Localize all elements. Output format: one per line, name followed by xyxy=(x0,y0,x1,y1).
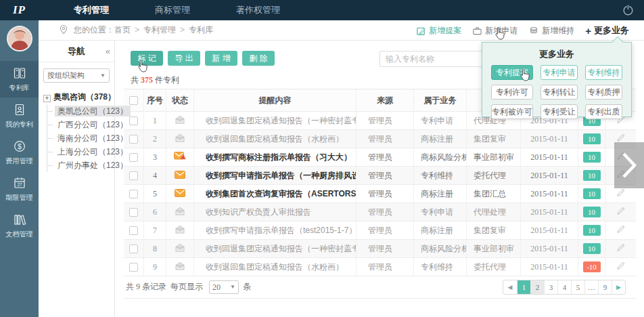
table-row[interactable]: 9收到退回集团定稿通知报告（水粉画）管理员专利维持委托代理2015-01-11-… xyxy=(124,258,636,276)
source-cell: 管理员 xyxy=(356,185,414,203)
tree-root-node[interactable]: +奥凯咨询（378） xyxy=(43,89,114,104)
mark-button[interactable]: 标 记 xyxy=(131,51,163,66)
quick-action-new-maintenance[interactable]: 新增维持 xyxy=(528,25,574,37)
business-cell: 专利申请 xyxy=(414,112,467,129)
row-number: 3 xyxy=(144,148,166,166)
table-row[interactable]: 3收到撰写商标注册指示单报告（习大大）管理员商标风险分析事业部初审2015-01… xyxy=(124,148,636,167)
power-icon[interactable] xyxy=(622,3,635,18)
menu-trademark-mgmt[interactable]: 商标管理 xyxy=(132,0,213,20)
next-page-overlay[interactable] xyxy=(614,142,644,188)
per-page-select[interactable]: 20▼ xyxy=(209,280,239,294)
sidebar-item-patent-library[interactable]: 专利库 xyxy=(0,61,39,98)
dropdown-button-patent-application[interactable]: 专利申请 xyxy=(540,65,578,80)
sidebar-item-my-patents[interactable]: 我的专利 xyxy=(0,98,39,134)
row-number: 4 xyxy=(144,167,166,184)
quick-action-label: 新增维持 xyxy=(542,25,574,37)
delete-button[interactable]: 删 除 xyxy=(242,51,275,66)
row-checkbox[interactable] xyxy=(129,263,138,272)
breadcrumb-item[interactable]: 专利管理 xyxy=(143,25,176,35)
table-row[interactable]: 5收到集团首次查询复审报告（ASERTORS）管理员商标注册集团汇总2015-0… xyxy=(124,185,636,203)
select-all-checkbox[interactable] xyxy=(129,96,138,105)
table-row[interactable]: 6收到知识产权负责人审批报告管理员专利申请代理处理2015-01-1110 xyxy=(124,203,636,221)
tree-node[interactable]: 奥凯总公司（123） xyxy=(47,104,114,118)
pager-page-9[interactable]: 9 xyxy=(598,280,612,294)
tree-node-label: 海南分公司（123） xyxy=(55,133,131,144)
pager-prev-icon[interactable]: ◀ xyxy=(503,280,517,294)
edit-pencil-icon[interactable] xyxy=(616,207,625,217)
breadcrumb-item[interactable]: 专利库 xyxy=(189,25,213,35)
collapse-panel-icon[interactable]: « xyxy=(106,41,110,62)
breadcrumb-item[interactable]: 首页 xyxy=(114,25,131,35)
top-navbar: IP 专利管理 商标管理 著作权管理 xyxy=(0,0,644,20)
pager-next-icon[interactable]: ▶ xyxy=(612,280,625,294)
dropdown-button-patent-transfer[interactable]: 专利转让 xyxy=(540,85,578,100)
edit-pencil-icon[interactable] xyxy=(616,225,625,236)
pager-page-4[interactable]: 4 xyxy=(557,280,571,294)
edit-pencil-icon[interactable] xyxy=(616,243,625,254)
dropdown-button-patent-pledged-out[interactable]: 专利出质 xyxy=(585,104,622,119)
reminder-content[interactable]: 收到退回集团定稿通知报告（水粉画） xyxy=(194,130,356,148)
table-cell xyxy=(605,221,636,239)
reminder-content[interactable]: 收到集团首次查询复审报告（ASERTORS） xyxy=(194,185,356,203)
table-row[interactable]: 2收到退回集团定稿通知报告（水粉画）管理员商标注册集团复审2015-01-111… xyxy=(124,130,636,148)
dropdown-button-patent-license[interactable]: 专利许可 xyxy=(491,85,533,100)
reminder-content[interactable]: 收到回退集团定稿通知报告（一种密封盖专用拧具 xyxy=(194,112,356,129)
quick-action-new-proposal[interactable]: 新增提案 xyxy=(416,25,461,37)
add-button[interactable]: 新 增 xyxy=(205,51,237,66)
dropdown-button-patent-assignee[interactable]: 专利受让 xyxy=(540,104,578,119)
quick-action-more-business[interactable]: +更多业务 xyxy=(585,24,629,37)
edit-pencil-icon[interactable] xyxy=(616,261,625,272)
org-structure-select[interactable]: 按组织架构 ▼ xyxy=(43,68,110,83)
menu-patent-mgmt[interactable]: 专利管理 xyxy=(51,0,132,20)
sidebar-item-deadline-management[interactable]: 27期限管理 xyxy=(0,171,39,207)
export-button[interactable]: 导 出 xyxy=(168,51,200,66)
tree-node[interactable]: 广西分公司（123） xyxy=(47,118,114,131)
pager-page-…[interactable]: … xyxy=(584,280,598,294)
reminder-content[interactable]: 收到知识产权负责人审批报告 xyxy=(194,203,356,221)
chevron-down-icon: ▼ xyxy=(230,281,235,293)
tree-node[interactable]: 海南分公司（123） xyxy=(47,131,114,145)
row-checkbox[interactable] xyxy=(129,226,138,235)
sidebar-item-label: 文档管理 xyxy=(1,230,37,239)
dropdown-button-patent-pledge[interactable]: 专利质押 xyxy=(585,85,622,100)
sidebar-item-fee-management[interactable]: $费用管理 xyxy=(0,134,39,171)
result-summary: 共375件专利 xyxy=(131,75,179,86)
pager-page-2[interactable]: 2 xyxy=(530,280,544,294)
table-row[interactable]: 4收到撰写申请指示单报告（一种厨房排风设备）管理员专利维持委托代理2015-01… xyxy=(124,167,636,185)
sidebar-item-document-management[interactable]: 文档管理 xyxy=(0,207,39,244)
handler-cell: 集团汇总 xyxy=(467,185,521,203)
tree-node[interactable]: 上海分公司（123） xyxy=(47,145,114,158)
table-row[interactable]: 8收到回退集团定稿通知报告（一种密封盖专用拧具管理员商标风险分析事业部初审201… xyxy=(124,240,636,258)
table-cell xyxy=(166,203,194,221)
pager-page-3[interactable]: 3 xyxy=(544,280,557,294)
reminder-content[interactable]: 收到撰写申请指示单报告（test2015-1-7） xyxy=(194,221,356,239)
avatar[interactable] xyxy=(7,26,32,51)
table-header-cell: 来源 xyxy=(356,89,414,111)
dropdown-button-patent-maintenance[interactable]: 专利维持 xyxy=(585,65,622,80)
tree-node[interactable]: 广州办事处（123） xyxy=(47,158,114,172)
menu-copyright-mgmt[interactable]: 著作权管理 xyxy=(213,0,303,20)
sidebar-item-label: 专利库 xyxy=(1,83,37,93)
date-cell: 2015-01-11 xyxy=(521,185,578,203)
quick-action-label: 更多业务 xyxy=(594,24,629,37)
page: IP 专利管理 商标管理 著作权管理 专利库我的专利$费用管理27期限管理文档管… xyxy=(0,0,644,317)
dropdown-button-patent-proposal[interactable]: 专利提案 xyxy=(491,65,533,80)
dropdown-button-patent-licensed-in[interactable]: 专利被许可 xyxy=(491,104,533,119)
tree-expander-icon[interactable]: + xyxy=(43,95,51,102)
row-checkbox[interactable] xyxy=(129,190,138,198)
row-checkbox[interactable] xyxy=(129,208,138,217)
reminder-content[interactable]: 收到退回集团定稿通知报告（水粉画） xyxy=(194,258,356,276)
row-checkbox[interactable] xyxy=(129,245,138,253)
svg-text:$: $ xyxy=(18,142,22,150)
pager-page-1[interactable]: 1 xyxy=(517,280,530,294)
row-checkbox[interactable] xyxy=(129,171,138,180)
reminder-content[interactable]: 收到撰写申请指示单报告（一种厨房排风设备） xyxy=(194,167,356,184)
edit-pencil-icon[interactable] xyxy=(616,188,625,199)
reminder-content[interactable]: 收到撰写商标注册指示单报告（习大大） xyxy=(194,148,356,166)
handler-cell: 事业部初审 xyxy=(467,148,521,166)
reminder-content[interactable]: 收到回退集团定稿通知报告（一种密封盖专用拧具 xyxy=(194,240,356,257)
pager-page-5[interactable]: 5 xyxy=(571,280,584,294)
table-cell: 10 xyxy=(578,185,605,203)
table-row[interactable]: 7收到撰写申请指示单报告（test2015-1-7）管理员商标注册集团复审201… xyxy=(124,221,636,240)
quick-action-new-application[interactable]: 新增申请 xyxy=(472,25,518,37)
